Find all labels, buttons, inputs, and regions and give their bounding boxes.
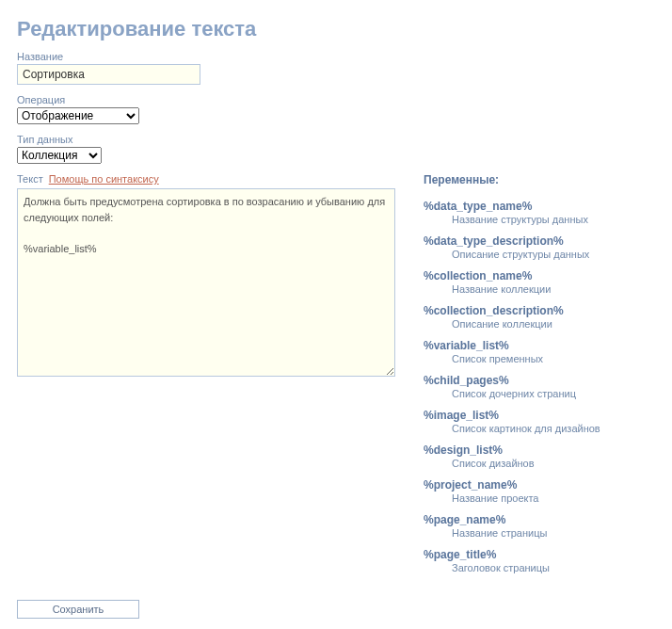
variable-desc: Название структуры данных [424, 214, 655, 225]
save-button[interactable]: Сохранить [17, 600, 139, 619]
syntax-help-link[interactable]: Помощь по синтаксису [49, 173, 159, 185]
data-type-label: Тип данных [17, 134, 655, 145]
variable-item: %design_list%Список дизайнов [424, 444, 655, 469]
body-textarea[interactable] [17, 188, 395, 377]
name-label: Название [17, 51, 655, 62]
variable-item: %data_type_description%Описание структур… [424, 234, 655, 260]
variable-key: %design_list% [424, 444, 655, 457]
variable-desc: Название коллекции [424, 283, 655, 295]
variable-item: %page_title%Заголовок страницы [424, 548, 655, 573]
variable-desc: Описание коллекции [424, 318, 655, 330]
variable-key: %variable_list% [424, 339, 655, 352]
variable-key: %data_type_description% [424, 234, 655, 248]
name-input[interactable] [17, 64, 200, 85]
variable-key: %page_title% [424, 548, 655, 561]
operation-select[interactable]: Отображение [17, 107, 139, 124]
variable-desc: Заголовок страницы [424, 562, 655, 573]
variable-key: %project_name% [424, 478, 655, 492]
variable-desc: Название проекта [424, 492, 655, 504]
variable-desc: Список дочерних страниц [424, 388, 655, 399]
variable-item: %child_pages%Список дочерних страниц [424, 374, 655, 399]
variable-desc: Название страницы [424, 527, 655, 539]
variable-key: %image_list% [424, 409, 655, 422]
variable-desc: Описание структуры данных [424, 249, 655, 260]
variable-item: %image_list%Список картинок для дизайнов [424, 409, 655, 434]
variable-key: %child_pages% [424, 374, 655, 387]
variable-item: %page_name%Название страницы [424, 513, 655, 539]
variable-item: %variable_list%Список пременных [424, 339, 655, 364]
variable-key: %data_type_name% [424, 200, 655, 213]
variable-desc: Список картинок для дизайнов [424, 423, 655, 434]
variable-item: %project_name%Название проекта [424, 478, 655, 504]
variable-desc: Список пременных [424, 353, 655, 364]
variable-key: %page_name% [424, 513, 655, 526]
variable-desc: Список дизайнов [424, 458, 655, 469]
variable-item: %data_type_name%Название структуры данны… [424, 200, 655, 225]
variables-heading: Переменные: [424, 173, 655, 186]
variables-list: %data_type_name%Название структуры данны… [424, 200, 655, 573]
data-type-select[interactable]: Коллекция [17, 147, 102, 164]
variable-key: %collection_name% [424, 269, 655, 282]
text-label: Текст [17, 173, 43, 185]
variable-key: %collection_description% [424, 304, 655, 317]
page-title: Редактирование текста [17, 17, 655, 41]
operation-label: Операция [17, 94, 655, 105]
variable-item: %collection_description%Описание коллекц… [424, 304, 655, 330]
variable-item: %collection_name%Название коллекции [424, 269, 655, 295]
